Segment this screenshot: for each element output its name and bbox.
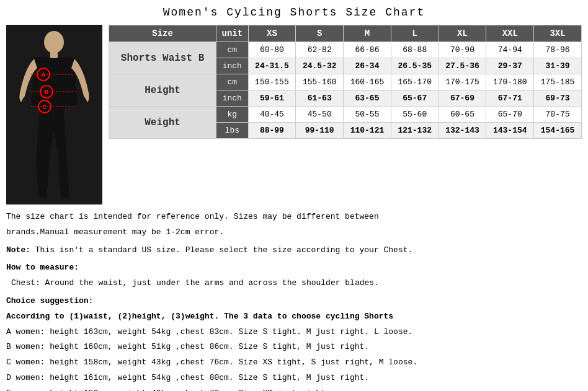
suggestion-b: B women: height 160cm, weight 51kg ,ches… [6, 341, 582, 354]
choice-bold-text: According to (1)waist, (2)height, (3)wei… [6, 310, 582, 323]
col-size: Size [109, 25, 216, 42]
unit-cell: cm [216, 42, 248, 58]
note-line-1: The size chart is intended for reference… [6, 211, 582, 224]
unit-cell: cm [216, 74, 248, 90]
col-xxl: XXL [486, 25, 534, 42]
how-label: How to measure: [6, 263, 79, 272]
note-line-how: How to measure: [6, 261, 582, 275]
note-label: Note: [6, 245, 30, 255]
unit-cell: inch [216, 90, 248, 107]
col-s: S [296, 25, 344, 42]
size-chart-table: Size unit XS S M L XL XXL 3XL Shorts Wai… [109, 25, 582, 139]
suggestion-d: D women: height 161cm, weight 54kg ,ches… [6, 372, 582, 385]
col-3xl: 3XL [534, 25, 582, 42]
choice-label: Choice suggestion: [6, 295, 582, 308]
waist-label: Shorts Waist B [109, 42, 216, 74]
svg-point-1 [44, 31, 64, 53]
choice-label-text: Choice suggestion: [6, 296, 93, 305]
svg-rect-2 [50, 52, 58, 58]
col-xl: XL [439, 25, 486, 42]
note-line-note: Note: This isn't a standard US size. Ple… [6, 244, 582, 257]
col-m: M [344, 25, 391, 42]
svg-text:A: A [42, 71, 46, 79]
table-row: Weight kg 40-45 45-50 50-55 55-60 60-65 … [109, 107, 582, 123]
note-line-2: brands.Manual measurement may be 1-2cm e… [6, 226, 582, 239]
height-label: Height [109, 74, 216, 107]
unit-cell: inch [216, 58, 248, 74]
unit-cell: lbs [216, 123, 248, 139]
note-text: This isn't a standard US size. Please se… [30, 245, 412, 255]
col-xs: XS [248, 25, 296, 42]
table-row: Shorts Waist B cm 60-80 62-82 66-86 68-8… [109, 42, 582, 58]
table-row: Height cm 150-155 155-160 160-165 165-17… [109, 74, 582, 90]
suggestion-e: E women: height 152cm, weight 42kg ,ches… [6, 387, 582, 391]
notes-section: The size chart is intended for reference… [6, 211, 582, 391]
svg-text:C: C [43, 103, 47, 111]
how-text: Chest: Around the waist, just under the … [11, 277, 582, 290]
model-image: A B C [6, 25, 102, 204]
unit-cell: kg [216, 107, 248, 123]
page-title: Women's Cylcing Shorts Size Chart [6, 6, 582, 19]
suggestion-a: A women: height 163cm, weight 54kg ,ches… [6, 326, 582, 339]
weight-label: Weight [109, 107, 216, 139]
col-l: L [391, 25, 439, 42]
col-unit: unit [216, 25, 248, 42]
suggestion-c: C women: height 158cm, weight 43kg ,ches… [6, 356, 582, 369]
svg-text:B: B [45, 89, 49, 96]
